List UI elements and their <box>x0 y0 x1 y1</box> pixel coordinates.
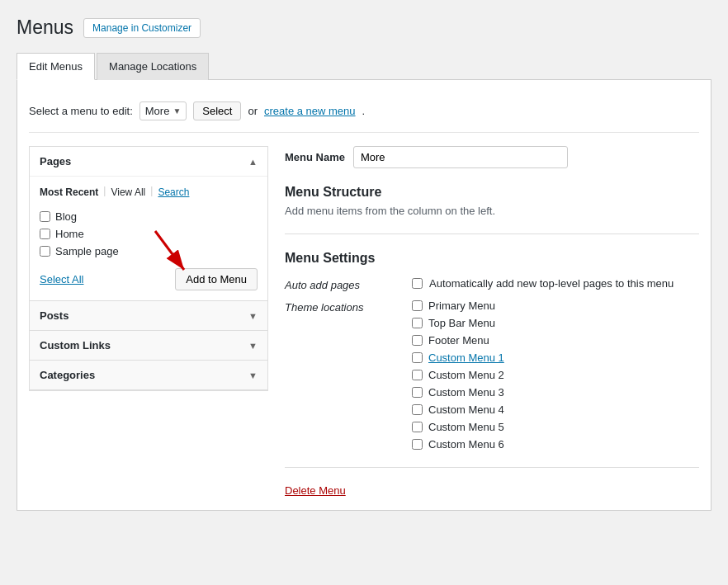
create-new-menu-link[interactable]: create a new menu <box>264 105 356 117</box>
custom-menu-4-checkbox[interactable] <box>412 404 423 415</box>
custom-menu-3-checkbox[interactable] <box>412 387 423 398</box>
location-custom-menu-5: Custom Menu 5 <box>412 421 699 433</box>
custom-menu-2-checkbox[interactable] <box>412 370 423 380</box>
custom-menu-4-label: Custom Menu 4 <box>428 403 504 416</box>
location-custom-menu-4: Custom Menu 4 <box>412 403 699 416</box>
auto-add-pages-text: Automatically add new top-level pages to… <box>429 277 674 290</box>
pages-subtab-view-all[interactable]: View All <box>111 185 150 200</box>
footer-menu-label: Footer Menu <box>428 334 489 347</box>
or-text: or <box>248 105 258 117</box>
blog-label: Blog <box>55 210 77 223</box>
theme-locations-label: Theme locations <box>285 300 400 314</box>
categories-accordion-header[interactable]: Categories ▼ <box>30 361 267 389</box>
menu-name-row: Menu Name <box>285 146 699 168</box>
pages-footer: Select All Add to Menu <box>40 268 258 290</box>
blog-checkbox[interactable] <box>40 211 50 222</box>
pages-accordion-content: Most Recent | View All | Search Blog <box>30 176 267 300</box>
location-primary-menu: Primary Menu <box>412 300 699 312</box>
pages-subtab-most-recent[interactable]: Most Recent <box>40 185 103 200</box>
content-area: Select a menu to edit: More ▼ Select or … <box>17 80 711 511</box>
accordion-down-icon: ▼ <box>248 311 258 321</box>
left-panel: Pages ▲ Most Recent | View All | Search <box>29 146 268 391</box>
list-item: Home <box>40 225 258 243</box>
divider <box>285 234 699 234</box>
pages-section-title: Pages <box>40 155 71 167</box>
select-button[interactable]: Select <box>193 101 241 120</box>
custom-menu-6-checkbox[interactable] <box>412 439 423 450</box>
accordion-down-icon: ▼ <box>248 370 258 380</box>
select-all-link[interactable]: Select All <box>40 273 83 285</box>
auto-add-pages-control: Automatically add new top-level pages to… <box>412 277 699 290</box>
custom-menu-1-checkbox[interactable] <box>412 352 423 363</box>
top-bar-menu-label: Top Bar Menu <box>428 317 495 329</box>
sample-page-label: Sample page <box>55 245 119 257</box>
auto-add-pages-checkbox[interactable] <box>412 278 423 289</box>
pages-accordion-header[interactable]: Pages ▲ <box>30 147 267 176</box>
footer-menu-checkbox[interactable] <box>412 335 423 346</box>
auto-add-pages-label: Auto add pages <box>285 277 400 291</box>
page-title: Menus <box>17 17 73 39</box>
categories-section-title: Categories <box>40 369 95 381</box>
top-bar-menu-checkbox[interactable] <box>412 318 423 328</box>
custom-links-section-title: Custom Links <box>40 339 111 351</box>
add-to-menu-button[interactable]: Add to Menu <box>175 268 258 290</box>
posts-section-title: Posts <box>40 309 69 322</box>
menu-name-label: Menu Name <box>285 151 345 163</box>
custom-menu-1-label: Custom Menu 1 <box>428 351 504 364</box>
menu-settings-section: Menu Settings Auto add pages Automatical… <box>285 251 699 451</box>
tabs-bar: Edit Menus Manage Locations <box>17 52 711 80</box>
custom-menu-5-checkbox[interactable] <box>412 422 423 432</box>
location-custom-menu-2: Custom Menu 2 <box>412 369 699 381</box>
sample-page-checkbox[interactable] <box>40 246 50 257</box>
custom-menu-2-label: Custom Menu 2 <box>428 369 504 381</box>
location-top-bar-menu: Top Bar Menu <box>412 317 699 329</box>
pages-checkbox-list: Blog Home Sample page <box>40 208 258 260</box>
theme-locations-group: Primary Menu Top Bar Menu Footer Menu <box>412 300 699 451</box>
custom-links-section: Custom Links ▼ <box>30 331 267 361</box>
primary-menu-checkbox[interactable] <box>412 300 423 311</box>
posts-section: Posts ▼ <box>30 301 267 331</box>
menu-dropdown[interactable]: More ▼ <box>139 101 187 120</box>
primary-menu-label: Primary Menu <box>428 300 495 312</box>
menu-dropdown-value: More <box>145 105 170 117</box>
menu-name-input[interactable] <box>353 146 568 168</box>
list-item: Blog <box>40 208 258 225</box>
delete-menu-link[interactable]: Delete Menu <box>285 484 346 497</box>
menu-settings-title: Menu Settings <box>285 251 699 266</box>
location-custom-menu-1: Custom Menu 1 <box>412 351 699 364</box>
menu-structure-desc: Add menu items from the column on the le… <box>285 205 699 217</box>
select-menu-label: Select a menu to edit: <box>29 105 133 117</box>
location-custom-menu-3: Custom Menu 3 <box>412 386 699 399</box>
custom-links-accordion-header[interactable]: Custom Links ▼ <box>30 331 267 360</box>
menu-structure-title: Menu Structure <box>285 185 699 200</box>
location-footer-menu: Footer Menu <box>412 334 699 347</box>
list-item: Sample page <box>40 243 258 260</box>
custom-menu-5-label: Custom Menu 5 <box>428 421 504 433</box>
custom-menu-6-label: Custom Menu 6 <box>428 438 504 451</box>
divider-bottom <box>285 467 699 468</box>
right-panel: Menu Name Menu Structure Add menu items … <box>285 146 699 497</box>
tab-manage-locations[interactable]: Manage Locations <box>97 53 209 80</box>
categories-section: Categories ▼ <box>30 361 267 390</box>
main-layout: Pages ▲ Most Recent | View All | Search <box>29 146 699 497</box>
custom-menu-3-label: Custom Menu 3 <box>428 386 504 399</box>
location-custom-menu-6: Custom Menu 6 <box>412 438 699 451</box>
posts-accordion-header[interactable]: Posts ▼ <box>30 301 267 330</box>
accordion-down-icon: ▼ <box>248 341 258 351</box>
manage-customizer-button[interactable]: Manage in Customizer <box>83 18 201 38</box>
home-checkbox[interactable] <box>40 229 50 239</box>
chevron-down-icon: ▼ <box>173 106 181 116</box>
pages-subtabs: Most Recent | View All | Search <box>40 185 258 200</box>
tab-edit-menus[interactable]: Edit Menus <box>17 53 95 80</box>
pages-section: Pages ▲ Most Recent | View All | Search <box>30 147 267 301</box>
accordion-up-icon: ▲ <box>248 157 258 167</box>
settings-grid: Auto add pages Automatically add new top… <box>285 277 699 451</box>
select-menu-bar: Select a menu to edit: More ▼ Select or … <box>29 93 699 133</box>
pages-subtab-search[interactable]: Search <box>158 185 194 200</box>
home-label: Home <box>55 228 84 240</box>
